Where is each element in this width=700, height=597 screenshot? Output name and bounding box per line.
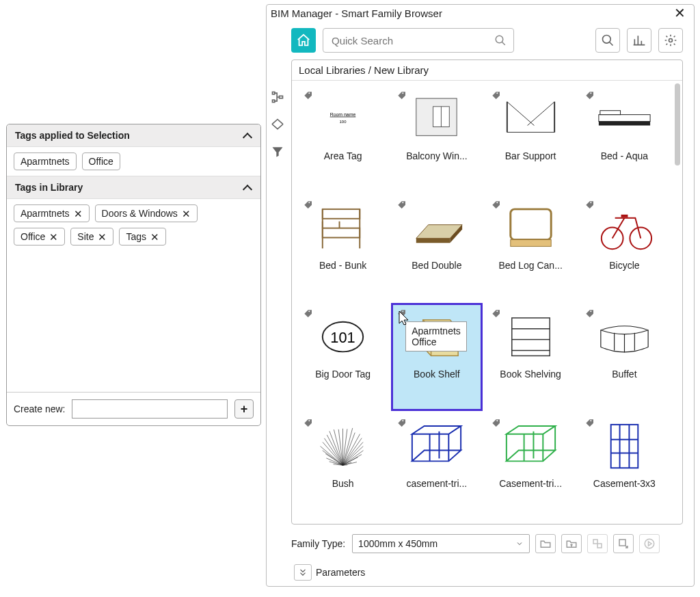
library-tag[interactable]: Office ✕ (14, 228, 65, 246)
tag-label: Aparmtnets (21, 208, 70, 219)
tree-view-icon[interactable] (270, 90, 285, 105)
family-tile[interactable]: Casement-tri... (485, 412, 576, 520)
family-tile[interactable]: Bush (297, 412, 388, 520)
tag-icon (490, 417, 501, 428)
family-tile[interactable]: Bed Log Can... (485, 194, 576, 302)
family-tile[interactable]: casement-tri... (391, 412, 482, 520)
tags-panel: Tags applied to Selection Aparmtnets Off… (6, 124, 261, 426)
svg-line-15 (527, 102, 554, 126)
close-icon[interactable]: ✕ (671, 6, 688, 20)
svg-marker-26 (416, 238, 450, 243)
svg-rect-29 (510, 239, 550, 246)
svg-rect-19 (323, 209, 360, 219)
play-button[interactable] (639, 534, 660, 553)
open-folder-button[interactable] (535, 534, 556, 553)
remove-tag-icon[interactable]: ✕ (150, 232, 159, 242)
tags-in-library-title: Tags in Library (15, 182, 83, 193)
place-button[interactable] (613, 534, 634, 553)
family-label: Bush (301, 477, 384, 490)
svg-rect-20 (323, 228, 360, 238)
family-tile[interactable]: Bicycle (579, 194, 670, 302)
tag-label: Office (89, 156, 113, 167)
load-family-button[interactable] (561, 534, 582, 553)
family-tile[interactable]: Bed Double (391, 194, 482, 302)
library-tag[interactable]: Tags ✕ (119, 228, 166, 246)
search-input[interactable] (330, 34, 489, 47)
add-tag-button[interactable]: + (234, 399, 254, 419)
family-tile[interactable]: 101Big Door Tag (297, 303, 388, 411)
family-thumbnail: 101 (301, 307, 384, 367)
tag-icon (302, 308, 313, 319)
svg-line-14 (507, 102, 534, 126)
family-thumbnail (489, 89, 572, 149)
remove-tag-icon[interactable]: ✕ (182, 209, 191, 219)
family-tile[interactable]: Room name100Area Tag (297, 85, 388, 193)
cursor-icon (399, 310, 411, 328)
family-tile[interactable]: Bar Support (485, 85, 576, 193)
main-column: Local Libraries / New Library Room name1… (288, 21, 694, 586)
tag-side-icon[interactable] (270, 117, 285, 132)
family-tile[interactable]: Book ShelfAparmtnets Office (391, 303, 482, 411)
family-label: Book Shelf (395, 367, 478, 381)
tag-icon (396, 199, 407, 210)
spacer (7, 251, 260, 392)
create-new-label: Create new: (14, 403, 65, 414)
svg-point-5 (669, 39, 673, 42)
home-button[interactable] (291, 28, 316, 53)
family-thumbnail (583, 89, 666, 149)
family-thumbnail (489, 416, 572, 477)
applied-tags-row: Aparmtnets Office (7, 147, 260, 176)
library-tag[interactable]: Doors & Windows ✕ (95, 204, 198, 222)
remove-tag-icon[interactable]: ✕ (49, 232, 58, 242)
svg-rect-28 (510, 209, 550, 240)
double-chevron-down-icon (298, 568, 308, 577)
parameters-row[interactable]: Parameters (291, 560, 683, 582)
library-tag[interactable]: Site ✕ (70, 228, 113, 246)
applied-tag[interactable]: Aparmtnets (14, 152, 77, 170)
expand-parameters-button[interactable] (294, 564, 312, 581)
insert-button[interactable] (587, 534, 608, 553)
remove-tag-icon[interactable]: ✕ (98, 232, 107, 242)
create-tag-input[interactable] (72, 399, 228, 419)
quick-search[interactable] (323, 28, 514, 53)
family-label: Casement-tri... (489, 477, 572, 490)
family-tile[interactable]: Bed - Bunk (297, 194, 388, 302)
scroll-thumb[interactable] (675, 83, 680, 165)
applied-tag[interactable]: Office (82, 152, 120, 170)
svg-point-3 (496, 36, 503, 43)
tag-icon (490, 308, 501, 319)
remove-tag-icon[interactable]: ✕ (74, 209, 83, 219)
family-tile[interactable]: Bed - Aqua (579, 85, 670, 193)
tag-icon (490, 90, 501, 101)
family-type-select[interactable]: 1000mm x 450mm (352, 534, 530, 553)
breadcrumb[interactable]: Local Libraries / New Library (292, 60, 682, 81)
svg-text:Room name: Room name (330, 112, 356, 117)
settings-button[interactable] (658, 28, 683, 53)
tag-icon (584, 308, 595, 319)
scrollbar[interactable] (673, 81, 682, 524)
family-label: Area Tag (301, 149, 384, 163)
tag-label: Tags (126, 231, 146, 242)
family-thumbnail (489, 198, 572, 258)
family-label: Bed - Aqua (583, 149, 666, 163)
chevron-down-icon (515, 540, 524, 548)
svg-marker-80 (506, 450, 554, 461)
tag-icon (302, 417, 313, 428)
chevron-up-icon (243, 183, 252, 192)
svg-text:100: 100 (340, 120, 347, 124)
family-label: Book Shelving (489, 367, 572, 381)
family-thumbnail (301, 198, 384, 258)
family-tile[interactable]: Casement-3x3 (579, 412, 670, 520)
family-label: Big Door Tag (301, 367, 384, 381)
family-browser-window: BIM Manager - Smart Family Browser ✕ (266, 4, 695, 587)
tags-in-library-header[interactable]: Tags in Library (7, 176, 260, 199)
search-button[interactable] (595, 28, 620, 53)
family-tile[interactable]: Balcony Win... (391, 85, 482, 193)
svg-rect-1 (273, 100, 275, 102)
filter-icon[interactable] (270, 144, 285, 159)
library-tag[interactable]: Aparmtnets ✕ (14, 204, 90, 222)
tags-applied-header[interactable]: Tags applied to Selection (7, 124, 260, 147)
family-tile[interactable]: Book Shelving (485, 303, 576, 411)
family-tile[interactable]: Buffet (579, 303, 670, 411)
statistics-button[interactable] (627, 28, 651, 53)
